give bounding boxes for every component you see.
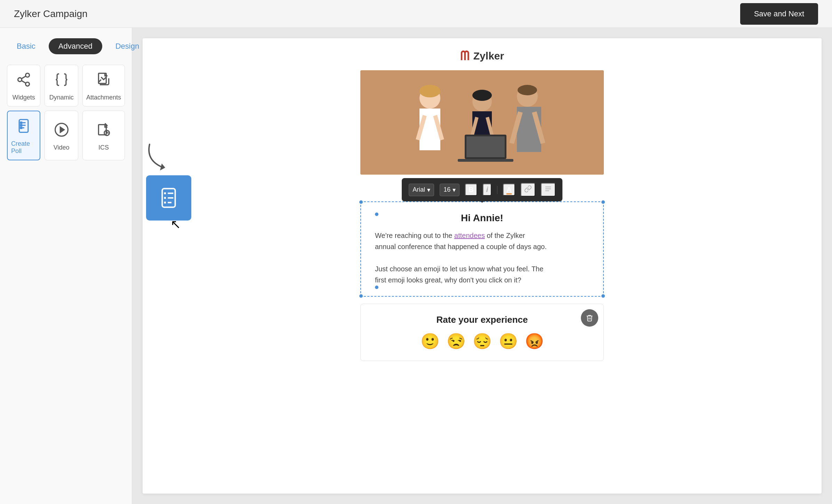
poll-title: Rate your experience xyxy=(375,314,590,325)
email-body: We're reaching out to the attendees of t… xyxy=(375,230,589,286)
poll-emojis: 🙂 😒 😔 😐 😡 xyxy=(375,332,590,350)
email-para2: Just choose an emoji to let us know what… xyxy=(375,263,589,286)
svg-line-4 xyxy=(22,76,26,79)
toolbar-separator xyxy=(497,186,497,194)
resize-corner-br xyxy=(601,294,605,298)
tab-advanced[interactable]: Advanced xyxy=(49,38,102,54)
body-text-1: We're reaching out to the xyxy=(375,232,454,239)
color-a-label: A xyxy=(506,186,511,194)
ics-label: ICS xyxy=(98,144,109,151)
drag-illustration: ↖ xyxy=(143,139,191,232)
grid-item-create-poll[interactable]: Create Poll xyxy=(7,111,40,160)
italic-button[interactable]: i xyxy=(483,184,492,196)
emoji-happy[interactable]: 🙂 xyxy=(421,332,440,350)
ics-icon xyxy=(96,122,111,141)
svg-rect-11 xyxy=(21,125,22,126)
logo-icon: ᗰ xyxy=(460,49,469,63)
font-label: Arial xyxy=(413,186,425,193)
svg-rect-45 xyxy=(458,159,513,162)
delete-poll-button[interactable] xyxy=(581,309,598,327)
body-text-2: annual conference that happened a couple… xyxy=(375,243,547,250)
grid-item-video[interactable]: Video xyxy=(45,111,78,160)
widgets-label: Widgets xyxy=(13,94,35,101)
svg-point-29 xyxy=(419,85,440,97)
emoji-angry[interactable]: 😡 xyxy=(525,332,544,350)
font-chevron-icon: ▾ xyxy=(427,186,430,194)
logo-text: Zylker xyxy=(473,50,504,62)
resize-corner-tl xyxy=(359,200,363,204)
text-content-block[interactable]: Hi Annie! We're reaching out to the atte… xyxy=(360,201,604,297)
grid-item-ics[interactable]: ICS xyxy=(82,111,125,160)
video-label: Video xyxy=(54,144,70,151)
svg-line-3 xyxy=(22,81,26,83)
resize-corner-bl xyxy=(359,294,363,298)
svg-point-34 xyxy=(472,90,492,101)
canvas-inner: ᗰ Zylker xyxy=(336,38,628,361)
svg-rect-23 xyxy=(164,197,166,199)
toolbar-wrapper: Arial ▾ 16 ▾ B i A xyxy=(360,175,604,201)
braces-icon xyxy=(54,72,69,90)
svg-rect-44 xyxy=(466,136,505,157)
attachment-icon xyxy=(96,72,111,90)
email-para1: We're reaching out to the attendees of t… xyxy=(375,230,589,252)
tab-basic[interactable]: Basic xyxy=(7,38,45,54)
emoji-sad[interactable]: 😔 xyxy=(473,332,492,350)
svg-rect-21 xyxy=(164,192,166,194)
app-title: Zylker Campaign xyxy=(14,8,88,19)
svg-marker-14 xyxy=(60,127,64,132)
sidebar: Basic Advanced Design Widgets xyxy=(0,28,132,504)
bold-button[interactable]: B xyxy=(465,184,477,196)
content-area: ↖ ᗰ Zylker xyxy=(132,28,832,504)
highlight-attendees: attendees xyxy=(454,232,485,239)
poll-icon xyxy=(16,118,31,137)
hero-svg xyxy=(360,70,604,175)
text-toolbar: Arial ▾ 16 ▾ B i A xyxy=(402,178,562,201)
grid-item-dynamic[interactable]: Dynamic xyxy=(45,65,78,106)
svg-rect-10 xyxy=(21,122,22,123)
body-text-3: Just choose an emoji to let us know what… xyxy=(375,265,543,273)
email-logo: ᗰ Zylker xyxy=(343,38,621,70)
font-selector[interactable]: Arial ▾ xyxy=(409,184,434,196)
size-chevron-icon: ▾ xyxy=(453,186,456,194)
main-layout: Basic Advanced Design Widgets xyxy=(0,28,832,504)
emoji-neutral[interactable]: 😐 xyxy=(499,332,518,350)
attachments-label: Attachments xyxy=(86,94,121,101)
align-button[interactable] xyxy=(541,183,555,197)
svg-point-39 xyxy=(518,85,537,95)
size-selector[interactable]: 16 ▾ xyxy=(440,184,459,196)
dragged-poll-icon xyxy=(146,175,191,221)
grid-item-widgets[interactable]: Widgets xyxy=(7,65,40,106)
svg-point-1 xyxy=(18,78,22,82)
drag-arrow-svg xyxy=(143,139,177,174)
poll-block: Rate your experience 🙂 😒 😔 😐 😡 xyxy=(360,304,604,361)
video-icon xyxy=(54,122,69,141)
hero-image xyxy=(360,70,604,175)
grid-item-attachments[interactable]: Attachments xyxy=(82,65,125,106)
svg-point-2 xyxy=(26,82,30,86)
body-text-4: first emoji looks great, why don't you c… xyxy=(375,276,521,284)
resize-corner-tr xyxy=(601,200,605,204)
size-label: 16 xyxy=(443,186,450,193)
create-poll-label: Create Poll xyxy=(11,140,36,155)
email-canvas: ᗰ Zylker xyxy=(143,38,822,494)
tab-bar: Basic Advanced Design xyxy=(7,38,125,54)
top-bar: Zylker Campaign Save and Next xyxy=(0,0,832,28)
svg-rect-12 xyxy=(21,127,22,129)
cursor-icon: ↖ xyxy=(170,217,191,232)
svg-point-0 xyxy=(26,73,30,77)
component-grid: Widgets Dynamic xyxy=(7,65,125,160)
emoji-unamused[interactable]: 😒 xyxy=(447,332,466,350)
email-heading: Hi Annie! xyxy=(375,213,589,224)
svg-rect-25 xyxy=(164,202,166,203)
dynamic-label: Dynamic xyxy=(49,94,74,101)
link-button[interactable] xyxy=(521,183,535,197)
color-button[interactable]: A xyxy=(503,184,515,196)
save-next-button[interactable]: Save and Next xyxy=(740,3,818,25)
hero-image-inner xyxy=(360,70,604,175)
share-icon xyxy=(16,72,31,90)
body-text-1-end: of the Zylker xyxy=(485,232,525,239)
